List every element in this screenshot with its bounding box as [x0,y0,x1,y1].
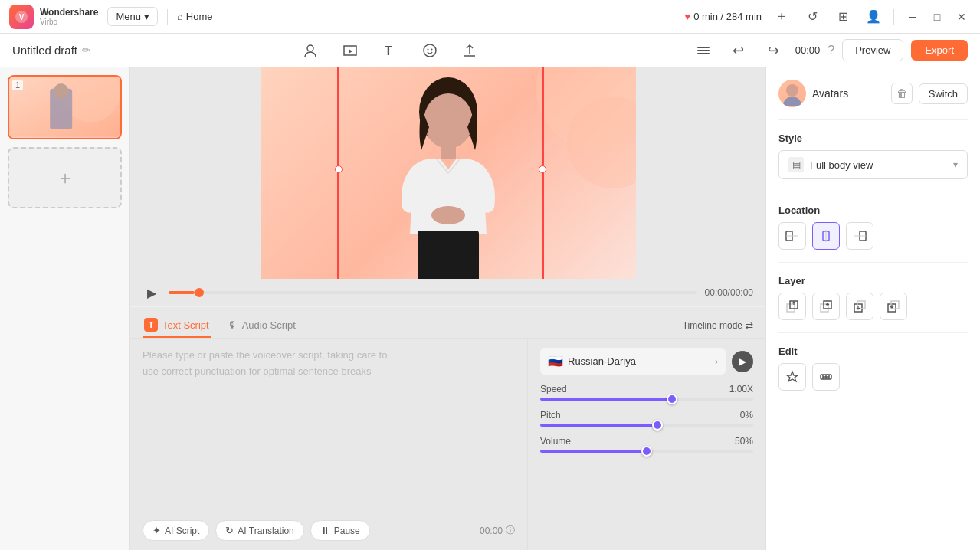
speed-fill [540,398,672,401]
style-dropdown[interactable]: ▤ Full body view ▾ [778,150,968,179]
svg-point-6 [431,48,432,50]
speed-thumb[interactable] [667,394,677,404]
avatar-header: Avatars 🗑 Switch [778,80,968,107]
volume-thumb[interactable] [641,446,652,457]
add-button[interactable]: ＋ [771,6,792,28]
undo-button[interactable]: ↩ [725,37,752,64]
progress-fill [169,291,195,294]
divider1 [778,119,968,120]
align-left-button[interactable] [778,222,806,250]
progress-track[interactable] [169,291,697,294]
playback-bar: ▶ 00:00/00:00 [130,279,765,307]
pause-button[interactable]: ⏸ Pause [310,520,370,541]
voice-name: Russian-Dariya [568,355,710,367]
play-voice-button[interactable]: ▶ [732,351,753,372]
volume-control: Volume 50% [540,436,753,453]
logo-text-area: Wondershare Virbo [40,7,98,26]
account-button[interactable]: 👤 [863,6,884,28]
audio-script-tab[interactable]: 🎙 Audio Script [226,315,297,337]
svg-point-4 [424,44,436,57]
script-content: Please type or paste the voiceover scrip… [130,339,765,550]
layer-title: Layer [778,275,968,286]
volume-slider[interactable] [540,450,753,453]
canvas-preview [130,67,765,279]
pitch-slider[interactable] [540,424,753,427]
progress-dot[interactable] [195,288,204,297]
speed-control: Speed 1.00X [540,384,753,401]
window-controls: ─ □ ✕ [903,8,971,26]
divider2 [778,192,968,192]
heart-icon: ♥ [684,11,690,22]
help-icon[interactable]: ? [828,44,834,57]
divider2 [893,9,894,25]
voice-selector[interactable]: 🇷🇺 Russian-Dariya › [540,348,726,375]
crop-edit-button[interactable] [778,363,806,391]
slide-number: 1 [12,80,23,90]
bring-to-front-button[interactable] [778,293,806,320]
preview-button[interactable]: Preview [842,39,903,61]
pitch-thumb[interactable] [652,420,663,431]
location-section: Location [778,205,968,250]
ai-script-icon: ✦ [152,525,161,536]
text-script-tab[interactable]: T Text Script [143,313,211,338]
top-bar: V Wondershare Virbo Menu ▾ ⌂ Home ♥ 0 mi… [0,0,980,34]
svg-text:T: T [385,44,392,57]
flag-icon: 🇷🇺 [548,354,563,368]
volume-fill [540,450,647,453]
text-script-area: Please type or paste the voiceover scrip… [130,339,528,550]
minimize-button[interactable]: ─ [903,8,922,26]
home-button[interactable]: ⌂ Home [177,11,213,22]
effects-edit-button[interactable] [812,363,840,391]
ai-script-button[interactable]: ✦ AI Script [143,520,209,541]
bring-forward-button[interactable] [812,293,840,320]
slide-item[interactable]: 1 [8,75,122,139]
svg-marker-36 [787,372,798,381]
draft-title: Untitled draft ✏ [12,44,90,57]
svg-rect-8 [697,50,710,51]
toolbar-center: T [90,37,690,64]
speed-header: Speed 1.00X [540,384,753,394]
redo-button[interactable]: ↪ [760,37,788,64]
text-tool-button[interactable]: T [376,37,404,64]
avatar-tool-button[interactable] [297,37,324,64]
send-backward-button[interactable] [846,293,873,320]
switch-button[interactable]: Switch [919,83,968,104]
app-logo-icon: V [9,5,34,29]
send-to-back-button[interactable] [880,293,907,320]
logo-line2: Virbo [40,18,98,26]
svg-rect-28 [787,304,795,312]
settings-button[interactable] [690,37,717,64]
volume-header: Volume 50% [540,436,753,447]
svg-rect-7 [697,47,710,48]
play-button[interactable]: ▶ [143,283,161,302]
handle-lc[interactable] [335,165,343,173]
pitch-header: Pitch 0% [540,410,753,421]
voice-chevron-icon: › [715,356,718,367]
script-tabs: T Text Script 🎙 Audio Script Timeline mo… [130,307,765,339]
ai-translation-button[interactable]: ↻ AI Translation [215,520,303,541]
divider4 [778,332,968,333]
history-button[interactable]: ↺ [801,6,823,28]
pitch-control: Pitch 0% [540,410,753,427]
slide-thumbnail [9,77,120,138]
timeline-mode-button[interactable]: Timeline mode ⇄ [683,320,753,331]
align-center-button[interactable] [812,222,840,250]
upload-tool-button[interactable] [456,37,483,64]
edit-title: Edit [778,345,968,357]
speed-slider[interactable] [540,398,753,401]
layer-controls [778,293,968,320]
logo-area: V Wondershare Virbo [9,5,98,29]
add-slide-button[interactable]: ＋ [8,147,122,208]
align-right-button[interactable] [846,222,873,250]
pause-icon: ⏸ [320,525,330,536]
sticker-tool-button[interactable] [416,37,444,64]
export-button[interactable]: Export [911,40,968,61]
delete-avatar-button[interactable]: 🗑 [891,83,913,104]
menu-button[interactable]: Menu ▾ [107,7,158,26]
grid-view-button[interactable]: ⊞ [832,6,854,28]
maximize-button[interactable]: □ [928,8,946,26]
media-tool-button[interactable] [336,37,364,64]
ai-translation-icon: ↻ [225,525,234,536]
edit-title-icon[interactable]: ✏ [82,44,90,56]
close-button[interactable]: ✕ [952,8,971,26]
